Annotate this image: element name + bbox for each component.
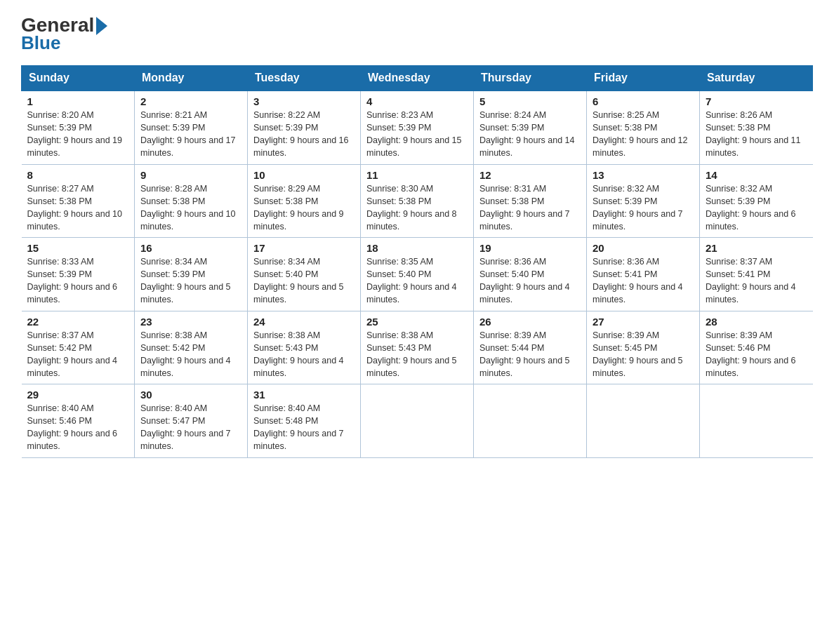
calendar-cell: 19Sunrise: 8:36 AMSunset: 5:40 PMDayligh… [474, 238, 587, 311]
day-info: Sunrise: 8:39 AMSunset: 5:46 PMDaylight:… [706, 329, 807, 380]
day-info: Sunrise: 8:40 AMSunset: 5:46 PMDaylight:… [27, 402, 129, 453]
day-number: 23 [140, 316, 241, 328]
day-info: Sunrise: 8:40 AMSunset: 5:47 PMDaylight:… [140, 402, 241, 453]
calendar-cell: 2Sunrise: 8:21 AMSunset: 5:39 PMDaylight… [135, 90, 248, 164]
day-info: Sunrise: 8:39 AMSunset: 5:45 PMDaylight:… [593, 329, 694, 380]
day-number: 11 [366, 169, 468, 181]
day-info: Sunrise: 8:36 AMSunset: 5:41 PMDaylight:… [593, 255, 694, 307]
day-info: Sunrise: 8:34 AMSunset: 5:39 PMDaylight:… [140, 255, 241, 307]
day-number: 4 [366, 95, 468, 107]
calendar-cell: 31Sunrise: 8:40 AMSunset: 5:48 PMDayligh… [248, 384, 361, 458]
calendar-cell: 18Sunrise: 8:35 AMSunset: 5:40 PMDayligh… [361, 238, 474, 311]
calendar-cell: 10Sunrise: 8:29 AMSunset: 5:38 PMDayligh… [248, 164, 361, 238]
calendar-cell [361, 384, 474, 458]
day-info: Sunrise: 8:36 AMSunset: 5:40 PMDaylight:… [479, 255, 581, 307]
day-number: 27 [593, 316, 694, 328]
day-number: 18 [366, 242, 468, 254]
day-info: Sunrise: 8:25 AMSunset: 5:38 PMDaylight:… [593, 109, 694, 160]
day-number: 28 [706, 316, 807, 328]
day-number: 16 [140, 242, 241, 254]
day-number: 10 [253, 169, 355, 181]
day-number: 5 [479, 95, 581, 107]
day-info: Sunrise: 8:37 AMSunset: 5:42 PMDaylight:… [27, 329, 129, 380]
calendar-cell: 8Sunrise: 8:27 AMSunset: 5:38 PMDaylight… [22, 164, 135, 238]
day-number: 7 [706, 95, 807, 107]
day-number: 20 [593, 242, 694, 254]
day-info: Sunrise: 8:26 AMSunset: 5:38 PMDaylight:… [706, 109, 807, 160]
day-number: 1 [27, 95, 129, 107]
day-info: Sunrise: 8:38 AMSunset: 5:42 PMDaylight:… [140, 329, 241, 380]
day-number: 12 [479, 169, 581, 181]
day-info: Sunrise: 8:32 AMSunset: 5:39 PMDaylight:… [706, 182, 807, 234]
day-number: 15 [27, 242, 129, 254]
calendar-cell: 6Sunrise: 8:25 AMSunset: 5:38 PMDaylight… [587, 90, 700, 164]
day-number: 13 [593, 169, 694, 181]
weekday-header-tuesday: Tuesday [248, 66, 361, 91]
weekday-header-sunday: Sunday [22, 66, 135, 91]
calendar-week-row: 1Sunrise: 8:20 AMSunset: 5:39 PMDaylight… [22, 90, 813, 164]
day-info: Sunrise: 8:24 AMSunset: 5:39 PMDaylight:… [479, 109, 581, 160]
weekday-header-saturday: Saturday [700, 66, 813, 91]
logo-bottom-text: Blue [21, 32, 60, 54]
calendar-header: SundayMondayTuesdayWednesdayThursdayFrid… [22, 66, 813, 91]
calendar-cell: 30Sunrise: 8:40 AMSunset: 5:47 PMDayligh… [135, 384, 248, 458]
calendar-cell: 24Sunrise: 8:38 AMSunset: 5:43 PMDayligh… [248, 311, 361, 384]
calendar-cell: 3Sunrise: 8:22 AMSunset: 5:39 PMDaylight… [248, 90, 361, 164]
day-number: 30 [140, 389, 241, 401]
weekday-header-thursday: Thursday [474, 66, 587, 91]
calendar-cell: 27Sunrise: 8:39 AMSunset: 5:45 PMDayligh… [587, 311, 700, 384]
calendar-cell: 7Sunrise: 8:26 AMSunset: 5:38 PMDaylight… [700, 90, 813, 164]
day-number: 8 [27, 169, 129, 181]
calendar-cell: 22Sunrise: 8:37 AMSunset: 5:42 PMDayligh… [22, 311, 135, 384]
calendar-week-row: 22Sunrise: 8:37 AMSunset: 5:42 PMDayligh… [22, 311, 813, 384]
day-info: Sunrise: 8:34 AMSunset: 5:40 PMDaylight:… [253, 255, 355, 307]
day-number: 22 [27, 316, 129, 328]
calendar-cell [700, 384, 813, 458]
calendar-cell: 23Sunrise: 8:38 AMSunset: 5:42 PMDayligh… [135, 311, 248, 384]
calendar-cell: 12Sunrise: 8:31 AMSunset: 5:38 PMDayligh… [474, 164, 587, 238]
calendar-cell: 11Sunrise: 8:30 AMSunset: 5:38 PMDayligh… [361, 164, 474, 238]
day-info: Sunrise: 8:21 AMSunset: 5:39 PMDaylight:… [140, 109, 241, 160]
day-info: Sunrise: 8:40 AMSunset: 5:48 PMDaylight:… [253, 402, 355, 453]
calendar-cell: 14Sunrise: 8:32 AMSunset: 5:39 PMDayligh… [700, 164, 813, 238]
day-info: Sunrise: 8:38 AMSunset: 5:43 PMDaylight:… [366, 329, 468, 380]
day-number: 3 [253, 95, 355, 107]
day-info: Sunrise: 8:32 AMSunset: 5:39 PMDaylight:… [593, 182, 694, 234]
calendar-cell: 5Sunrise: 8:24 AMSunset: 5:39 PMDaylight… [474, 90, 587, 164]
day-number: 21 [706, 242, 807, 254]
day-info: Sunrise: 8:30 AMSunset: 5:38 PMDaylight:… [366, 182, 468, 234]
weekday-header-row: SundayMondayTuesdayWednesdayThursdayFrid… [22, 66, 813, 91]
weekday-header-monday: Monday [135, 66, 248, 91]
calendar-week-row: 8Sunrise: 8:27 AMSunset: 5:38 PMDaylight… [22, 164, 813, 238]
calendar-cell: 20Sunrise: 8:36 AMSunset: 5:41 PMDayligh… [587, 238, 700, 311]
day-number: 29 [27, 389, 129, 401]
day-info: Sunrise: 8:33 AMSunset: 5:39 PMDaylight:… [27, 255, 129, 307]
logo-triangle-icon [96, 17, 107, 35]
day-number: 14 [706, 169, 807, 181]
day-number: 24 [253, 316, 355, 328]
day-number: 17 [253, 242, 355, 254]
day-info: Sunrise: 8:37 AMSunset: 5:41 PMDaylight:… [706, 255, 807, 307]
calendar-cell: 26Sunrise: 8:39 AMSunset: 5:44 PMDayligh… [474, 311, 587, 384]
day-info: Sunrise: 8:20 AMSunset: 5:39 PMDaylight:… [27, 109, 129, 160]
calendar-cell: 4Sunrise: 8:23 AMSunset: 5:39 PMDaylight… [361, 90, 474, 164]
calendar-cell [474, 384, 587, 458]
calendar-cell: 17Sunrise: 8:34 AMSunset: 5:40 PMDayligh… [248, 238, 361, 311]
calendar-cell: 1Sunrise: 8:20 AMSunset: 5:39 PMDaylight… [22, 90, 135, 164]
page-header: General Blue [21, 14, 813, 54]
calendar-week-row: 29Sunrise: 8:40 AMSunset: 5:46 PMDayligh… [22, 384, 813, 458]
calendar-cell: 16Sunrise: 8:34 AMSunset: 5:39 PMDayligh… [135, 238, 248, 311]
day-number: 19 [479, 242, 581, 254]
calendar-table: SundayMondayTuesdayWednesdayThursdayFrid… [21, 65, 813, 458]
weekday-header-friday: Friday [587, 66, 700, 91]
day-info: Sunrise: 8:22 AMSunset: 5:39 PMDaylight:… [253, 109, 355, 160]
day-number: 31 [253, 389, 355, 401]
calendar-cell: 29Sunrise: 8:40 AMSunset: 5:46 PMDayligh… [22, 384, 135, 458]
day-info: Sunrise: 8:27 AMSunset: 5:38 PMDaylight:… [27, 182, 129, 234]
calendar-body: 1Sunrise: 8:20 AMSunset: 5:39 PMDaylight… [22, 90, 813, 457]
day-number: 26 [479, 316, 581, 328]
calendar-cell: 9Sunrise: 8:28 AMSunset: 5:38 PMDaylight… [135, 164, 248, 238]
calendar-cell: 21Sunrise: 8:37 AMSunset: 5:41 PMDayligh… [700, 238, 813, 311]
day-info: Sunrise: 8:28 AMSunset: 5:38 PMDaylight:… [140, 182, 241, 234]
calendar-cell: 13Sunrise: 8:32 AMSunset: 5:39 PMDayligh… [587, 164, 700, 238]
